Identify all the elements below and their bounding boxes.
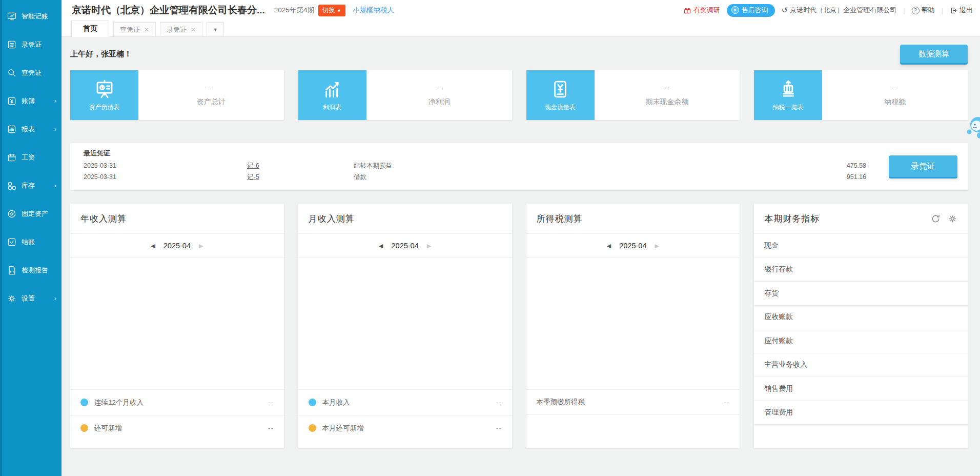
sidebar-item-ledger[interactable]: 账簿 ›	[0, 87, 62, 115]
help-link[interactable]: ? 帮助	[912, 6, 935, 15]
period-label: 2025-04	[164, 242, 191, 250]
voucher-entry-icon	[7, 39, 18, 50]
tax-summary-tile: 纳税一览表	[754, 70, 822, 120]
topbar: 京诺时代（北京）企业管理有限公司长春分... 2025年第4期 切换▼ 小规模纳…	[62, 0, 980, 21]
sidebar-item-label: 账簿	[22, 96, 35, 106]
stat-value: --	[436, 84, 442, 92]
stat-metric-label: 资产总计	[197, 97, 226, 107]
main-content: 上午好，张亚楠！ 数据测算 资产负债表 -- 资产总计 利润表 -- 净利润	[62, 37, 980, 476]
indicator-row: 银行存款	[754, 258, 968, 282]
gear-icon[interactable]	[948, 214, 957, 224]
date-navigator: ◀ 2025-04 ▶	[298, 234, 512, 258]
switch-period-button[interactable]: 切换▼	[318, 5, 345, 16]
card-title: 本期财务指标	[764, 213, 820, 225]
filler	[70, 441, 284, 448]
profit-statement-card[interactable]: 利润表 -- 净利润	[298, 70, 512, 120]
ledger-icon	[7, 95, 18, 107]
data-calc-button[interactable]: 数据测算	[900, 45, 968, 63]
chevron-down-icon: ▼	[213, 27, 218, 32]
next-month-arrow[interactable]: ▶	[427, 243, 431, 249]
tax-summary-card[interactable]: 纳税一览表 -- 纳税额	[754, 70, 968, 120]
inventory-icon	[7, 180, 18, 191]
indicator-row: 现金	[754, 234, 968, 258]
voucher-entry-button[interactable]: 录凭证	[889, 155, 957, 177]
prev-month-arrow[interactable]: ◀	[151, 243, 155, 249]
profit-statement-tile: 利润表	[298, 70, 366, 120]
sidebar-item-label: 库存	[22, 181, 35, 190]
sidebar-item-closing[interactable]: 结账	[0, 228, 62, 256]
legend-dot-yellow	[80, 424, 88, 432]
chevron-right-icon: ›	[54, 182, 56, 189]
tax-summary-icon	[778, 78, 799, 100]
legend-dot-blue	[309, 399, 316, 406]
sidebar-item-payroll[interactable]: 工资	[0, 143, 62, 171]
voucher-number-link[interactable]: 记-5	[247, 171, 259, 183]
sidebar-item-inventory[interactable]: 库存 ›	[0, 171, 62, 200]
date-navigator: ◀ 2025-04 ▶	[70, 234, 284, 258]
after-sales-support-button[interactable]: 售后咨询	[727, 4, 775, 17]
tab-voucher-search[interactable]: 查凭证 ✕	[113, 22, 156, 36]
close-icon[interactable]: ✕	[191, 26, 196, 33]
report-cards-row: 资产负债表 -- 资产总计 利润表 -- 净利润 现金流量表 --	[70, 70, 968, 120]
chart-area	[526, 258, 740, 389]
indicator-row: 存货	[754, 282, 968, 306]
forecast-cards-row: 年收入测算 ◀ 2025-04 ▶ 连续12个月收入 -- 还可新增 --	[70, 204, 968, 448]
assistant-mascot[interactable]	[965, 115, 980, 142]
sidebar-item-fixed-assets[interactable]: 固定资产	[0, 200, 62, 228]
sidebar-item-smart-accounting[interactable]: 智能记账	[0, 2, 62, 30]
legend-row: 本月收入 --	[298, 389, 512, 415]
gift-icon	[683, 6, 691, 14]
profit-chart-icon	[321, 78, 343, 100]
page-title: 京诺时代（北京）企业管理有限公司长春分...	[72, 4, 265, 17]
greeting-text: 上午好，张亚楠！	[70, 49, 132, 59]
legend-dot-yellow	[309, 424, 316, 432]
next-month-arrow[interactable]: ▶	[199, 243, 203, 249]
prev-month-arrow[interactable]: ◀	[607, 243, 611, 249]
tab-home[interactable]: 首页	[71, 21, 109, 37]
survey-link[interactable]: 有奖调研	[683, 6, 720, 15]
switch-company-icon: ↺	[782, 6, 788, 15]
filler	[298, 441, 512, 448]
tab-list-dropdown[interactable]: ▼	[207, 22, 224, 36]
sidebar-item-label: 录凭证	[22, 40, 42, 49]
balance-sheet-card[interactable]: 资产负债表 -- 资产总计	[70, 70, 284, 120]
sidebar-item-inspection-report[interactable]: 检测报告	[0, 256, 62, 284]
prev-month-arrow[interactable]: ◀	[379, 243, 383, 249]
taxpayer-type-link[interactable]: 小规模纳税人	[353, 6, 394, 15]
sidebar-item-settings[interactable]: 设置 ›	[0, 284, 62, 312]
chevron-down-icon: ▼	[337, 8, 341, 13]
voucher-search-icon	[7, 67, 18, 78]
monthly-income-card: 月收入测算 ◀ 2025-04 ▶ 本月收入 -- 本月还可新增 --	[298, 204, 512, 448]
voucher-row: 2025-03-31 记-5 借款 951.16	[70, 171, 968, 183]
divider: |	[942, 7, 943, 14]
chart-area	[298, 258, 512, 389]
cash-flow-tile: 现金流量表	[526, 70, 595, 120]
company-switcher[interactable]: ↺ 京诺时代（北京）企业管理有限公司	[782, 6, 897, 15]
logout-link[interactable]: 退出	[950, 6, 973, 15]
sidebar-item-label: 报表	[22, 125, 35, 134]
sidebar-item-label: 设置	[22, 294, 35, 303]
accounting-period: 2025年第4期	[274, 6, 314, 15]
close-icon[interactable]: ✕	[144, 26, 149, 33]
legend-dot-blue	[80, 399, 88, 406]
sidebar-item-reports[interactable]: 报表 ›	[0, 115, 62, 143]
voucher-number-link[interactable]: 记-6	[247, 160, 259, 171]
sidebar-item-voucher-search[interactable]: 查凭证	[0, 58, 62, 87]
voucher-date: 2025-03-31	[84, 171, 116, 183]
sidebar-item-label: 检测报告	[22, 266, 48, 275]
income-tax-card: 所得税测算 ◀ 2025-04 ▶ 本季预缴所得税 --	[526, 204, 740, 448]
stat-value: --	[664, 84, 670, 92]
sidebar-item-voucher-entry[interactable]: 录凭证	[0, 30, 62, 58]
next-month-arrow[interactable]: ▶	[655, 243, 659, 249]
indicator-row: 管理费用	[754, 401, 968, 425]
reports-icon	[7, 124, 18, 135]
stat-metric-label: 净利润	[428, 97, 450, 107]
card-title: 年收入测算	[80, 213, 127, 225]
refresh-icon[interactable]	[931, 214, 941, 224]
stat-metric-label: 纳税额	[884, 97, 906, 107]
tab-voucher-entry[interactable]: 录凭证 ✕	[160, 22, 202, 36]
chevron-right-icon: ›	[54, 125, 56, 133]
cash-flow-card[interactable]: 现金流量表 -- 期末现金余额	[526, 70, 740, 120]
headset-icon	[731, 6, 739, 14]
annual-income-card: 年收入测算 ◀ 2025-04 ▶ 连续12个月收入 -- 还可新增 --	[70, 204, 284, 448]
